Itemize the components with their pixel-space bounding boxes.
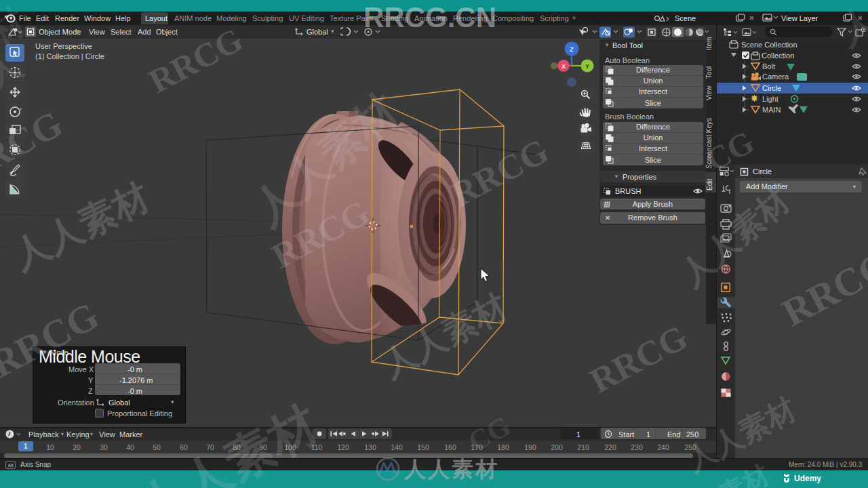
svg-text:Y: Y [585,63,589,70]
svg-text:X: X [561,63,566,70]
svg-text:Z: Z [570,45,574,53]
